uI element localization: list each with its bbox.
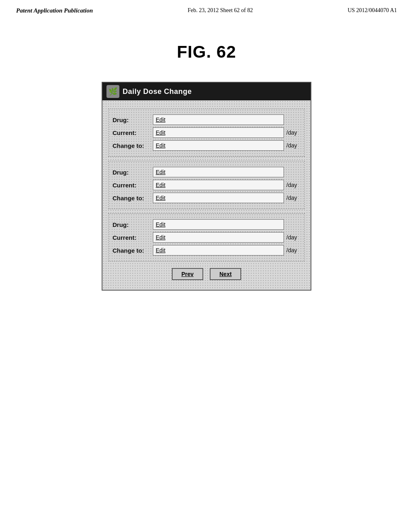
drug-section-2: Drug: Current: /day Change to: /day: [108, 161, 305, 209]
field-row-drug-2: Drug:: [113, 167, 300, 177]
app-icon-symbol: 🌿: [108, 87, 117, 96]
dialog-title: Daily Dose Change: [123, 87, 192, 96]
publication-label: Patent Application Publication: [16, 7, 93, 14]
current-label-2: Current:: [113, 182, 153, 189]
field-row-current-3: Current: /day: [113, 232, 300, 243]
changeto-unit-2: /day: [286, 195, 300, 201]
current-label-3: Current:: [113, 234, 153, 241]
field-row-drug-1: Drug:: [113, 114, 300, 125]
changeto-unit-1: /day: [286, 142, 300, 149]
dialog-titlebar: 🌿 Daily Dose Change: [102, 83, 311, 100]
current-unit-3: /day: [286, 234, 300, 241]
drug-input-1[interactable]: [153, 114, 284, 125]
current-unit-1: /day: [286, 129, 300, 136]
field-row-current-1: Current: /day: [113, 127, 300, 138]
current-unit-2: /day: [286, 182, 300, 188]
field-row-current-2: Current: /day: [113, 180, 300, 190]
drug-section-3: Drug: Current: /day Change to: /day: [108, 213, 305, 262]
next-button[interactable]: Next: [210, 268, 241, 280]
page-header: Patent Application Publication Feb. 23, …: [0, 0, 413, 18]
publication-info: Feb. 23, 2012 Sheet 62 of 82: [188, 7, 253, 14]
changeto-input-3[interactable]: [153, 245, 284, 256]
current-input-3[interactable]: [153, 232, 284, 243]
field-row-changeto-3: Change to: /day: [113, 245, 300, 256]
current-input-2[interactable]: [153, 180, 284, 190]
drug-input-2[interactable]: [153, 167, 284, 177]
changeto-label-2: Change to:: [113, 195, 153, 202]
dialog-body: Drug: Current: /day Change to: /day: [102, 100, 311, 290]
field-row-changeto-2: Change to: /day: [113, 193, 300, 203]
drug-label-2: Drug:: [113, 169, 153, 176]
daily-dose-dialog: 🌿 Daily Dose Change Drug: Current: /day: [102, 82, 311, 291]
current-label-1: Current:: [113, 129, 153, 136]
prev-button[interactable]: Prev: [172, 268, 203, 280]
current-input-1[interactable]: [153, 127, 284, 138]
changeto-unit-3: /day: [286, 247, 300, 254]
patent-number: US 2012/0044070 A1: [348, 7, 397, 14]
changeto-label-1: Change to:: [113, 142, 153, 149]
changeto-input-2[interactable]: [153, 193, 284, 203]
figure-title: FIG. 62: [0, 42, 413, 62]
changeto-label-3: Change to:: [113, 247, 153, 254]
dialog-wrapper: 🌿 Daily Dose Change Drug: Current: /day: [0, 82, 413, 291]
drug-label-3: Drug:: [113, 221, 153, 228]
dialog-app-icon: 🌿: [106, 85, 119, 98]
navigation-buttons: Prev Next: [108, 268, 305, 280]
field-row-changeto-1: Change to: /day: [113, 140, 300, 151]
drug-label-1: Drug:: [113, 116, 153, 123]
drug-input-3[interactable]: [153, 219, 284, 230]
field-row-drug-3: Drug:: [113, 219, 300, 230]
drug-section-1: Drug: Current: /day Change to: /day: [108, 108, 305, 157]
changeto-input-1[interactable]: [153, 140, 284, 151]
